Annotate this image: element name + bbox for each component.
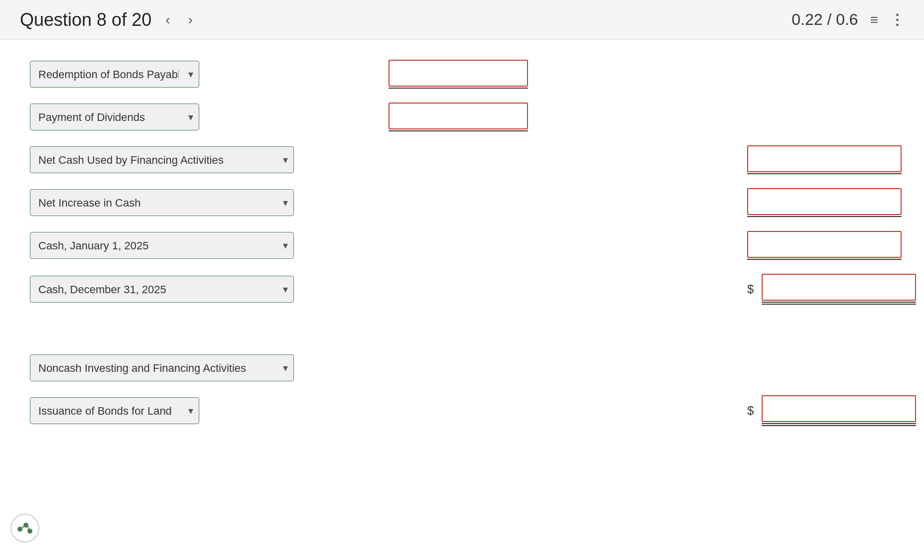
row-payment-dividends: Payment of Dividends xyxy=(30,103,894,131)
redemption-bonds-input-col xyxy=(389,60,528,89)
redemption-bonds-dropdown-wrapper: Redemption of Bonds Payable xyxy=(30,61,199,88)
cash-dec-dropdown-wrapper: Cash, December 31, 2025 xyxy=(30,276,294,303)
main-content: Redemption of Bonds Payable Payment of D… xyxy=(0,40,924,560)
row-noncash-header: Noncash Investing and Financing Activiti… xyxy=(30,354,894,381)
payment-dividends-input-col xyxy=(389,103,528,131)
redemption-bonds-input-wrapper xyxy=(389,60,528,89)
cash-dec-input-wrapper xyxy=(762,274,916,305)
row-issuance-bonds: Issuance of Bonds for Land $ xyxy=(30,395,894,426)
payment-dividends-col: Payment of Dividends xyxy=(30,104,309,130)
svg-point-0 xyxy=(11,514,39,542)
cash-dec-input-col: $ xyxy=(747,274,916,305)
score-display: 0.22 / 0.6 xyxy=(792,10,858,29)
more-icon[interactable]: ⋮ xyxy=(890,11,904,28)
net-increase-cash-dropdown-wrapper: Net Increase in Cash xyxy=(30,189,294,216)
question-title: Question 8 of 20 xyxy=(20,9,151,30)
svg-point-1 xyxy=(17,527,22,532)
row-redemption-bonds: Redemption of Bonds Payable xyxy=(30,60,894,89)
cash-dec-col: Cash, December 31, 2025 xyxy=(30,276,309,303)
row-cash-jan: Cash, January 1, 2025 xyxy=(30,231,894,260)
dollar-sign-dec: $ xyxy=(747,282,754,296)
cash-dec-input[interactable] xyxy=(762,274,916,301)
net-cash-financing-col: Net Cash Used by Financing Activities xyxy=(30,146,309,173)
prev-button[interactable]: ‹ xyxy=(161,10,174,30)
single-underline-dividends xyxy=(389,130,528,131)
single-underline-increase xyxy=(747,216,902,217)
net-cash-financing-dropdown[interactable]: Net Cash Used by Financing Activities xyxy=(30,146,294,173)
noncash-header-dropdown[interactable]: Noncash Investing and Financing Activiti… xyxy=(30,354,294,381)
redemption-bonds-col: Redemption of Bonds Payable xyxy=(30,61,309,88)
next-button[interactable]: › xyxy=(184,10,197,30)
net-increase-cash-input[interactable] xyxy=(747,188,902,215)
net-increase-cash-col: Net Increase in Cash xyxy=(30,189,309,216)
cash-jan-input[interactable] xyxy=(747,231,902,258)
net-increase-cash-input-col xyxy=(747,188,902,217)
header-right: 0.22 / 0.6 ≡ ⋮ xyxy=(792,10,904,29)
net-increase-cash-input-wrapper xyxy=(747,188,902,217)
issuance-bonds-col: Issuance of Bonds for Land xyxy=(30,397,309,424)
redemption-bonds-input[interactable] xyxy=(389,60,528,87)
double-underline-issuance xyxy=(762,423,916,426)
payment-dividends-dropdown[interactable]: Payment of Dividends xyxy=(30,104,199,130)
svg-line-4 xyxy=(22,526,24,528)
payment-dividends-input[interactable] xyxy=(389,103,528,129)
issuance-bonds-input[interactable] xyxy=(762,395,916,422)
cash-jan-col: Cash, January 1, 2025 xyxy=(30,232,309,259)
page-header: Question 8 of 20 ‹ › 0.22 / 0.6 ≡ ⋮ xyxy=(0,0,924,40)
cash-jan-input-wrapper xyxy=(747,231,902,260)
cash-jan-dropdown-wrapper: Cash, January 1, 2025 xyxy=(30,232,294,259)
noncash-header-dropdown-wrapper: Noncash Investing and Financing Activiti… xyxy=(30,354,294,381)
app-logo xyxy=(10,513,40,543)
svg-line-5 xyxy=(28,527,29,530)
redemption-bonds-dropdown[interactable]: Redemption of Bonds Payable xyxy=(30,61,199,88)
cash-jan-input-col xyxy=(747,231,902,260)
net-cash-financing-input[interactable] xyxy=(747,145,902,172)
svg-point-3 xyxy=(27,529,32,534)
single-underline xyxy=(389,88,528,89)
payment-dividends-dropdown-wrapper: Payment of Dividends xyxy=(30,104,199,130)
section-spacer xyxy=(30,330,894,354)
net-increase-cash-dropdown[interactable]: Net Increase in Cash xyxy=(30,189,294,216)
logo-area xyxy=(10,513,40,545)
issuance-bonds-input-col: $ xyxy=(747,395,916,426)
issuance-bonds-dropdown[interactable]: Issuance of Bonds for Land xyxy=(30,397,199,424)
single-underline-financing xyxy=(747,173,902,174)
header-left: Question 8 of 20 ‹ › xyxy=(20,9,197,30)
net-cash-financing-input-col xyxy=(747,145,902,174)
cash-dec-dropdown[interactable]: Cash, December 31, 2025 xyxy=(30,276,294,303)
single-underline-jan xyxy=(747,259,902,260)
payment-dividends-input-wrapper xyxy=(389,103,528,131)
net-cash-financing-input-wrapper xyxy=(747,145,902,174)
issuance-bonds-input-wrapper xyxy=(762,395,916,426)
menu-icon[interactable]: ≡ xyxy=(870,12,878,28)
row-cash-dec: Cash, December 31, 2025 $ xyxy=(30,274,894,305)
double-underline-dec xyxy=(762,302,916,305)
issuance-bonds-dropdown-wrapper: Issuance of Bonds for Land xyxy=(30,397,199,424)
cash-jan-dropdown[interactable]: Cash, January 1, 2025 xyxy=(30,232,294,259)
row-net-increase-cash: Net Increase in Cash xyxy=(30,188,894,217)
dollar-sign-issuance: $ xyxy=(747,404,754,418)
net-cash-financing-dropdown-wrapper: Net Cash Used by Financing Activities xyxy=(30,146,294,173)
noncash-header-col: Noncash Investing and Financing Activiti… xyxy=(30,354,309,381)
row-net-cash-financing: Net Cash Used by Financing Activities xyxy=(30,145,894,174)
